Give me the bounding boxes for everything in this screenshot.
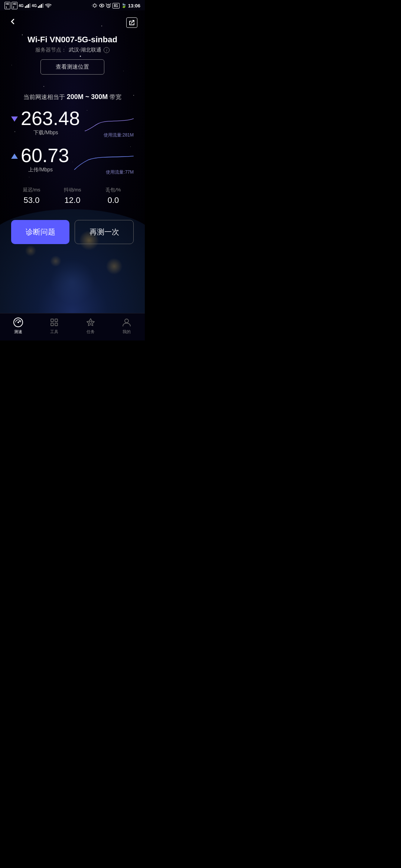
svg-point-9 <box>93 4 96 7</box>
status-right: 81 🍃 13:06 <box>92 3 140 9</box>
server-label: 服务器节点： <box>35 47 66 53</box>
svg-rect-6 <box>41 4 42 8</box>
svg-marker-20 <box>87 319 94 326</box>
nav-item-tools[interactable]: 工具 <box>36 317 73 335</box>
svg-rect-17 <box>55 319 58 322</box>
nav-label-profile: 我的 <box>123 329 131 335</box>
latency-value: 53.0 <box>11 195 52 205</box>
download-left: 263.48 下载/Mbps <box>11 109 80 136</box>
tools-icon <box>49 317 59 328</box>
nav-label-speedtest: 测速 <box>14 329 22 335</box>
time-display: 13:06 <box>128 3 140 9</box>
share-button[interactable] <box>126 17 137 28</box>
svg-rect-4 <box>38 6 39 8</box>
status-bar: HD1 HD2 4G 4G <box>0 0 145 10</box>
latency-label: 延迟/ms <box>11 187 52 193</box>
upload-value: 60.73 <box>21 146 69 165</box>
signal-bars2-icon <box>38 3 44 8</box>
upload-traffic: 使用流量:77M <box>106 169 134 175</box>
main-bg: Wi-Fi VN007-5G-sinbad 服务器节点： 武汉-湖北联通 i 查… <box>0 10 145 313</box>
svg-rect-16 <box>51 319 53 322</box>
up-arrow-icon <box>11 154 18 159</box>
jitter-value: 12.0 <box>52 195 93 205</box>
svg-rect-2 <box>28 4 29 8</box>
hd2-badge: HD2 <box>12 2 17 9</box>
svg-rect-5 <box>39 5 40 8</box>
packet-loss-label: 丢包/% <box>93 187 134 193</box>
svg-point-11 <box>101 5 102 6</box>
share-icon <box>129 20 135 26</box>
stats-row: 延迟/ms 53.0 抖动/ms 12.0 丢包/% 0.0 <box>11 183 134 209</box>
signal-bars-icon <box>25 3 31 8</box>
svg-point-15 <box>17 322 19 323</box>
latency-stat: 延迟/ms 53.0 <box>11 187 52 205</box>
task-icon <box>85 317 96 328</box>
back-button[interactable] <box>7 16 18 29</box>
nav-label-task: 任务 <box>87 329 95 335</box>
svg-rect-7 <box>42 3 43 8</box>
diagnose-button[interactable]: 诊断问题 <box>11 220 69 244</box>
server-value: 武汉-湖北联通 <box>69 47 102 53</box>
upload-unit: 上传/Mbps <box>12 167 69 173</box>
download-value: 263.48 <box>21 109 80 128</box>
action-buttons: 诊断问题 再测一次 <box>11 220 134 244</box>
upload-section: 60.73 上传/Mbps 使用流量:77M <box>11 146 134 175</box>
upload-left: 60.73 上传/Mbps <box>11 146 69 173</box>
bottom-nav: 测速 工具 任务 我的 <box>0 313 145 341</box>
hd1-badge: HD1 <box>4 2 10 9</box>
location-button[interactable]: 查看测速位置 <box>40 59 104 75</box>
packet-loss-stat: 丢包/% 0.0 <box>93 187 134 205</box>
wifi-icon <box>45 3 52 8</box>
alarm-icon <box>106 3 111 8</box>
svg-rect-3 <box>29 3 30 8</box>
info-icon: i <box>104 47 110 53</box>
profile-icon <box>121 317 132 328</box>
svg-rect-19 <box>55 323 58 326</box>
server-node: 服务器节点： 武汉-湖北联通 i <box>7 47 137 53</box>
retest-button[interactable]: 再测一次 <box>75 220 134 244</box>
battery-level: 81 <box>113 3 120 9</box>
content: Wi-Fi VN007-5G-sinbad 服务器节点： 武汉-湖北联通 i 查… <box>0 35 145 244</box>
download-indicator: 263.48 <box>11 109 80 128</box>
nav-item-task[interactable]: 任务 <box>72 317 109 335</box>
svg-rect-1 <box>26 5 27 8</box>
down-arrow-icon <box>11 116 18 122</box>
svg-rect-0 <box>25 6 26 8</box>
download-chart: 使用流量:281M <box>84 109 134 138</box>
svg-point-8 <box>48 7 49 8</box>
nav-bar <box>0 10 145 35</box>
svg-point-21 <box>89 321 92 323</box>
speed-summary: 当前网速相当于 200M ~ 300M 带宽 <box>7 93 137 101</box>
nav-item-profile[interactable]: 我的 <box>109 317 145 335</box>
signal1: 4G <box>19 4 23 8</box>
status-left: HD1 HD2 4G 4G <box>4 2 52 9</box>
leaf-icon: 🍃 <box>121 3 127 8</box>
svg-point-22 <box>125 319 128 323</box>
nav-label-tools: 工具 <box>50 329 58 335</box>
jitter-stat: 抖动/ms 12.0 <box>52 187 93 205</box>
signal2: 4G <box>32 4 37 8</box>
upload-chart: 使用流量:77M <box>73 146 134 175</box>
upload-indicator: 60.73 <box>11 146 69 165</box>
wifi-title: Wi-Fi VN007-5G-sinbad <box>7 35 137 45</box>
jitter-label: 抖动/ms <box>52 187 93 193</box>
speedtest-icon <box>13 317 23 328</box>
download-section: 263.48 下载/Mbps 使用流量:281M <box>11 109 134 138</box>
packet-loss-value: 0.0 <box>93 195 134 205</box>
download-unit: 下载/Mbps <box>12 129 80 136</box>
svg-rect-18 <box>51 323 53 326</box>
download-traffic: 使用流量:281M <box>104 132 134 138</box>
eye-icon <box>99 3 104 8</box>
brightness-icon <box>92 3 98 8</box>
nav-item-speedtest[interactable]: 测速 <box>0 317 36 335</box>
